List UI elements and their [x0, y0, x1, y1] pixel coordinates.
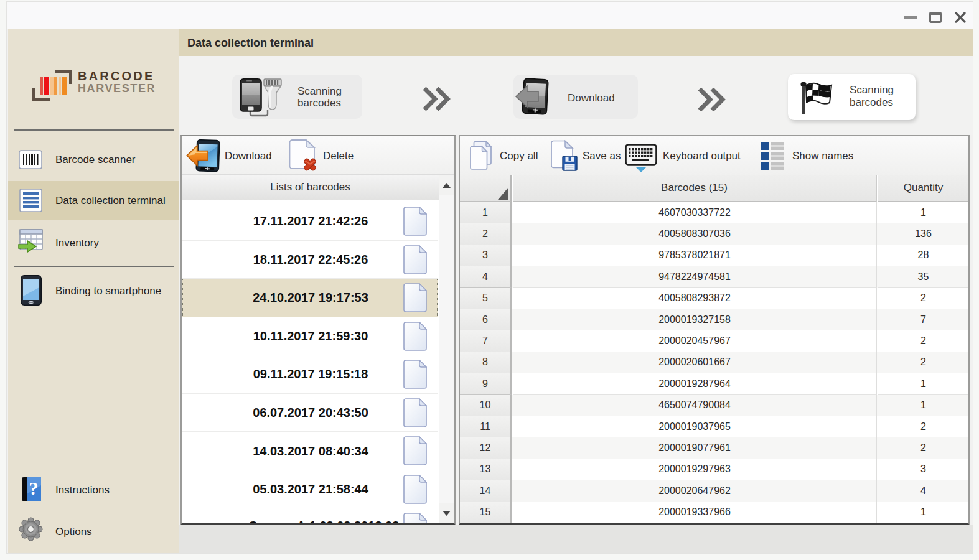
- svg-text:?: ?: [29, 478, 39, 498]
